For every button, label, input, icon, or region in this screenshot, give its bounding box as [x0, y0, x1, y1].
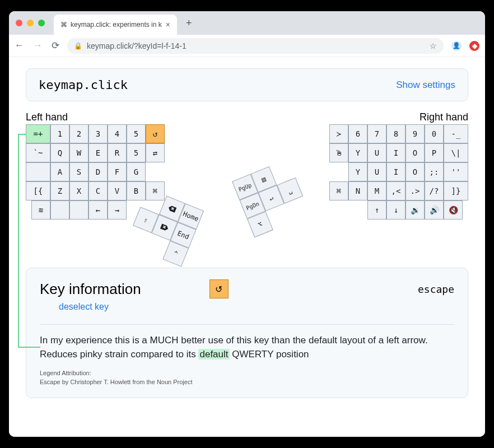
key-equals[interactable]: =+ — [26, 124, 50, 143]
key-n[interactable]: N — [348, 181, 367, 200]
key-blank[interactable] — [26, 162, 50, 181]
key-5[interactable]: 5 — [127, 124, 146, 143]
highlight-connector — [18, 134, 26, 135]
close-window-button[interactable] — [16, 20, 22, 26]
key-escape[interactable]: ↺ — [146, 124, 165, 143]
key-8[interactable]: 8 — [386, 124, 406, 143]
key-blank[interactable] — [69, 200, 88, 220]
divider — [40, 324, 454, 325]
key-minus[interactable]: -_ — [444, 124, 468, 143]
key-s[interactable]: S — [69, 162, 88, 181]
key-mute[interactable]: 🔇 — [444, 200, 463, 220]
selected-key-preview: ↺ — [209, 279, 229, 298]
key-semicolon[interactable]: ;: — [425, 162, 444, 181]
key-bracket-open[interactable]: [{ — [26, 181, 50, 200]
key-0[interactable]: 0 — [425, 124, 444, 143]
key-6[interactable]: 6 — [348, 124, 367, 143]
key-y[interactable]: Y — [348, 143, 367, 162]
right-keyboard-half: ≻ 6 7 8 9 0 -_ 🖱 Y U I O P \| — [329, 124, 468, 220]
key-m[interactable]: M — [367, 181, 386, 200]
key-u2[interactable]: U — [367, 162, 386, 181]
key-4[interactable]: 4 — [108, 124, 127, 143]
key-mouse[interactable]: 🖱 — [329, 143, 348, 162]
browser-tab[interactable]: ⌘ keymap.click: experiments in k × — [54, 15, 177, 35]
key-5b[interactable]: 5 — [127, 143, 146, 162]
key-v[interactable]: V — [108, 181, 127, 200]
key-e[interactable]: E — [88, 143, 108, 162]
mouse-icon: 🖱 — [335, 148, 343, 157]
right-hand-label: Right hand — [420, 111, 468, 123]
attrib-header: Legend Attribution: — [40, 370, 91, 376]
maximize-window-button[interactable] — [38, 20, 45, 26]
undo-icon: ↺ — [215, 284, 222, 295]
key-i2[interactable]: I — [386, 162, 406, 181]
key-2[interactable]: 2 — [69, 124, 88, 143]
key-3[interactable]: 3 — [88, 124, 108, 143]
minimize-window-button[interactable] — [27, 20, 34, 26]
key-arrow-down[interactable]: ↓ — [386, 200, 406, 220]
new-tab-button[interactable]: + — [181, 17, 197, 29]
key-i[interactable]: I — [386, 143, 406, 162]
info-title: Key information — [40, 281, 141, 298]
key-o[interactable]: O — [406, 143, 425, 162]
key-f[interactable]: F — [108, 162, 127, 181]
site-title: keymap.click — [39, 78, 128, 92]
key-blank[interactable] — [50, 200, 69, 220]
key-backtick[interactable]: `~ — [26, 143, 50, 162]
key-vol-up[interactable]: 🔊 — [425, 200, 444, 220]
key-vol-down[interactable]: 🔉 — [406, 200, 425, 220]
key-backslash[interactable]: \| — [444, 143, 468, 162]
key-g[interactable]: G — [127, 162, 146, 181]
key-d[interactable]: D — [88, 162, 108, 181]
highlight-connector — [18, 347, 40, 348]
right-thumb-cluster: PgUp ▤ PgDn ↵ ␣ ⌥ — [232, 159, 311, 238]
profile-avatar[interactable]: 👤 — [451, 41, 462, 51]
key-1[interactable]: 1 — [50, 124, 69, 143]
key-a[interactable]: A — [50, 162, 69, 181]
key-period[interactable]: .> — [406, 181, 425, 200]
deselect-key-link[interactable]: deselect key — [59, 302, 454, 312]
key-cmd-right[interactable]: ⌘ — [329, 181, 348, 200]
keyboard-layout: =+ 1 2 3 4 5 ↺ `~ Q W E R 5 ⇄ — [26, 124, 468, 253]
extension-icon[interactable]: ◆ — [469, 41, 479, 51]
key-c[interactable]: C — [88, 181, 108, 200]
key-quote[interactable]: '' — [444, 162, 468, 181]
volume-up-icon: 🔊 — [430, 206, 439, 214]
forward-button[interactable]: → — [33, 40, 43, 52]
key-tab-swap[interactable]: ⇄ — [146, 143, 165, 162]
window-controls — [16, 20, 45, 26]
reload-button[interactable]: ⟳ — [52, 40, 59, 52]
key-o2[interactable]: O — [406, 162, 425, 181]
key-bracket-close[interactable]: ]} — [444, 181, 468, 200]
key-arrow-up[interactable]: ↑ — [367, 200, 386, 220]
key-information-card: Key information ↺ escape deselect key In… — [26, 268, 468, 398]
close-tab-button[interactable]: × — [166, 20, 170, 29]
key-y2[interactable]: Y — [348, 162, 367, 181]
key-b[interactable]: B — [127, 181, 146, 200]
show-settings-link[interactable]: Show settings — [396, 80, 455, 91]
key-p[interactable]: P — [425, 143, 444, 162]
key-arrow-right[interactable]: → — [108, 200, 127, 220]
key-z[interactable]: Z — [50, 181, 69, 200]
star-icon[interactable]: ☆ — [430, 41, 437, 50]
key-q[interactable]: Q — [50, 143, 69, 162]
key-gt[interactable]: ≻ — [329, 124, 348, 143]
shift-icon: ⇧ — [142, 216, 149, 225]
key-w[interactable]: W — [69, 143, 88, 162]
key-x[interactable]: X — [69, 181, 88, 200]
tab-icon: ⇄ — [153, 148, 157, 157]
back-button[interactable]: ← — [15, 40, 24, 52]
key-slash[interactable]: /? — [425, 181, 444, 200]
key-arrow-left[interactable]: ← — [88, 200, 108, 220]
address-bar[interactable]: 🔒 keymap.click/?keyId=l-f-14-1 ☆ — [67, 38, 444, 54]
key-9[interactable]: 9 — [406, 124, 425, 143]
key-comma[interactable]: ,< — [386, 181, 406, 200]
header-card: keymap.click Show settings — [26, 68, 468, 101]
key-u[interactable]: U — [367, 143, 386, 162]
hand-labels: Left hand Right hand — [26, 111, 468, 123]
lock-icon: 🔒 — [74, 42, 82, 50]
key-layer[interactable]: ≋ — [31, 200, 50, 220]
option-icon: ⌥ — [257, 220, 263, 229]
key-7[interactable]: 7 — [367, 124, 386, 143]
key-r[interactable]: R — [108, 143, 127, 162]
